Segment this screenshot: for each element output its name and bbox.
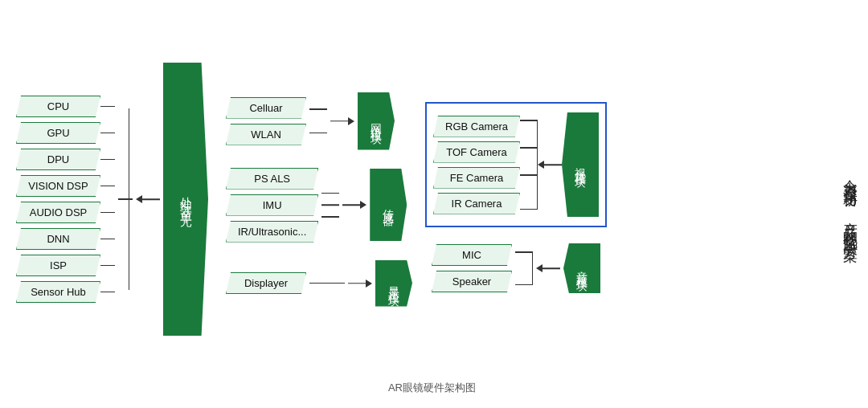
vision-module: 视觉模块 — [562, 112, 599, 217]
chip-ir: IR/Ultrasonic... — [226, 221, 318, 243]
chip-gpu: GPU — [16, 122, 100, 144]
audio-arrow — [536, 263, 560, 273]
cpu-item-row: VISION DSP — [16, 175, 115, 197]
processor-section: CPUGPUDPUVISION DSPAUDIO DSPDNNISPSensor… — [16, 63, 208, 336]
chip-isp: ISP — [16, 255, 100, 276]
cpu-item-row: ISP — [16, 255, 115, 276]
audio-section: MIC Speaker 音频模块 — [432, 240, 607, 296]
net-arrow — [330, 116, 354, 126]
cpu-item-row: DPU — [16, 149, 115, 170]
chip-dnn: DNN — [16, 228, 100, 250]
brand-text: 合力泰深耕XR产品及视觉解决方案 — [832, 168, 868, 239]
diagram-area: CPUGPUDPUVISION DSPAUDIO DSPDNNISPSensor… — [0, 8, 829, 400]
chip-cpu: CPU — [16, 96, 100, 117]
sensor-module: 传感器 — [370, 169, 407, 241]
chip-wlan: WLAN — [226, 124, 306, 145]
audio-module: 音频模块 — [563, 243, 600, 293]
cpu-h-tick — [100, 292, 115, 293]
cpu-item-row: CPU — [16, 96, 115, 117]
cpu-item-row: AUDIO DSP — [16, 202, 115, 223]
cpu-h-tick — [100, 106, 115, 108]
cpu-items-col: CPUGPUDPUVISION DSPAUDIO DSPDNNISPSensor… — [16, 96, 115, 303]
chip-imu: IMU — [226, 194, 318, 216]
cpu-h-tick — [100, 186, 115, 187]
cpu-h-tick — [100, 159, 115, 161]
page-container: CPUGPUDPUVISION DSPAUDIO DSPDNNISPSensor… — [0, 0, 868, 408]
vision-arrow — [538, 160, 562, 169]
network-inputs: Celluar WLAN — [226, 97, 306, 145]
chip-psals: PS ALS — [226, 168, 318, 190]
net-module: 网络模块 — [358, 92, 395, 150]
right-col: RGB Camera TOF Camera FE Camera IR Camer… — [425, 102, 607, 296]
cpu-h-tick — [100, 239, 115, 240]
cpu-item-row: Sensor Hub — [16, 281, 115, 303]
sensor-arrow — [342, 200, 366, 210]
sensor-inputs: PS ALS IMU IR/Ultrasonic... — [226, 168, 318, 243]
display-module: 显示模块 — [375, 260, 412, 307]
vision-section: RGB Camera TOF Camera FE Camera IR Camer… — [425, 102, 607, 227]
h-connector — [118, 198, 133, 200]
cpu-item-row: DNN — [16, 228, 115, 250]
chip-tof: TOF Camera — [433, 141, 520, 163]
chip-vision-dsp: VISION DSP — [16, 175, 100, 197]
chip-mic: MIC — [432, 244, 512, 266]
chip-sensor-hub: Sensor Hub — [16, 281, 100, 303]
chip-dpu: DPU — [16, 149, 100, 170]
cpu-item-row: GPU — [16, 122, 115, 144]
chip-rgb: RGB Camera — [433, 116, 520, 137]
processor-block: 处理器单元 — [163, 63, 208, 336]
cpu-h-tick — [100, 133, 115, 134]
cpu-h-tick — [100, 212, 115, 214]
camera-inputs: RGB Camera TOF Camera FE Camera IR Camer… — [433, 116, 520, 214]
cpu-h-tick — [100, 265, 115, 267]
chip-speaker: Speaker — [432, 271, 512, 292]
chip-displayer: Displayer — [226, 272, 306, 294]
network-section: Celluar WLAN 网络模块 — [226, 92, 412, 150]
display-section: Displayer 显示模块 — [226, 260, 412, 307]
display-h-line — [309, 283, 345, 284]
sensor-section: PS ALS IMU IR/Ultrasonic... 传感器 — [226, 168, 412, 243]
chip-ir: IR Camera — [433, 193, 520, 214]
audio-inputs: MIC Speaker — [432, 244, 512, 292]
audio-tree-connector — [515, 240, 533, 296]
middle-col: Celluar WLAN 网络模块 PS ALS IMU IR/Ultrason… — [226, 92, 412, 307]
diagram-caption: AR眼镜硬件架构图 — [388, 381, 476, 395]
display-inputs: Displayer — [226, 272, 306, 294]
chip-celluar: Celluar — [226, 97, 306, 119]
display-arrow — [348, 279, 372, 288]
chip-fe: FE Camera — [433, 167, 520, 189]
vision-tree-connector — [520, 108, 538, 221]
chip-audio-dsp: AUDIO DSP — [16, 202, 100, 223]
proc-arrow — [136, 194, 160, 204]
